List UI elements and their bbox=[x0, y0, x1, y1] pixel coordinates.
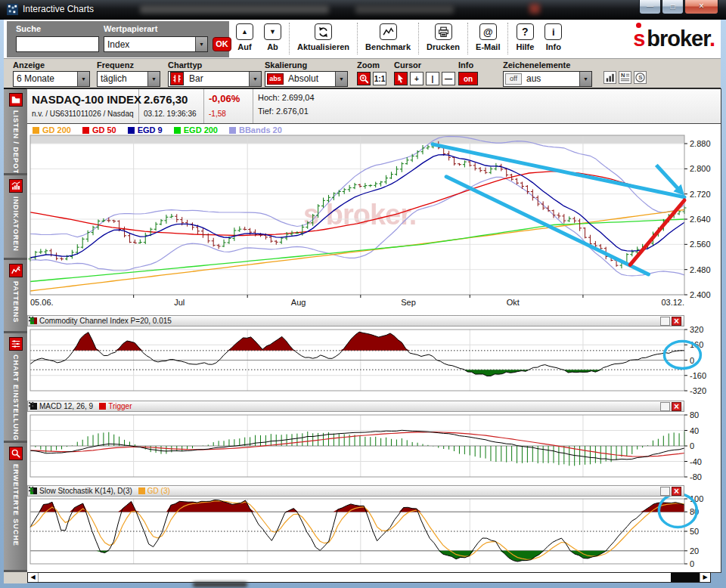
arrow-up-icon: ▲ bbox=[236, 23, 253, 40]
svg-text:0: 0 bbox=[690, 559, 694, 568]
cci-close-button[interactable]: × bbox=[672, 317, 681, 326]
stochastik-title: Slow Stochastik K(14), D(3) bbox=[39, 487, 132, 495]
sidebar-tab-label: ERWEITERTE SUCHE bbox=[12, 464, 20, 546]
logo-word: broker bbox=[647, 26, 709, 51]
svg-text:2.400: 2.400 bbox=[690, 290, 711, 299]
cci-plot[interactable]: 3201600-160-320 bbox=[27, 315, 720, 399]
chart-legend: GD 200GD 50EGD 9EGD 200BBands 20 bbox=[33, 125, 282, 135]
toolbar-button-drucken[interactable]: Drucken bbox=[421, 21, 465, 51]
legend-item: GD 200 bbox=[33, 125, 71, 135]
skalierung-select[interactable]: abs Absolut▼ bbox=[265, 71, 348, 87]
toolbar-button-info[interactable]: iInfo bbox=[539, 21, 567, 51]
toolbar-button-email[interactable]: @E-Mail bbox=[470, 21, 505, 51]
stochastik-plot[interactable]: 1008050200 bbox=[27, 485, 720, 570]
toolbar-button-label: Hilfe bbox=[516, 42, 534, 51]
horizontal-scrollbar[interactable]: ◀ ▶ bbox=[27, 572, 711, 583]
instrument-name-col: NASDAQ-100 INDEX n.v. / US6311011026 / N… bbox=[27, 89, 139, 123]
abs-badge: abs bbox=[267, 73, 284, 85]
zeichenelemente-select[interactable]: off aus▼ bbox=[503, 71, 592, 87]
extra-tools: N S bbox=[601, 71, 647, 84]
scroll-right-button[interactable]: ▶ bbox=[700, 573, 710, 582]
chevron-down-icon[interactable]: ▼ bbox=[335, 72, 347, 86]
news-button[interactable]: N bbox=[619, 71, 631, 84]
stochastik-close-button[interactable]: × bbox=[672, 487, 681, 496]
cursor-hline-button[interactable]: — bbox=[442, 72, 455, 85]
charttyp-select[interactable]: Bar▼ bbox=[168, 71, 262, 87]
blurred-background-text bbox=[140, 5, 329, 14]
svg-text:0: 0 bbox=[690, 441, 694, 450]
chevron-down-icon[interactable]: ▼ bbox=[147, 72, 160, 86]
main-chart-plot[interactable]: 2.8802.8002.7202.6402.5602.4802.40005.06… bbox=[27, 125, 720, 314]
chevron-down-icon[interactable]: ▼ bbox=[77, 72, 89, 86]
change-percent: -0,06% bbox=[209, 93, 248, 104]
cursor-vline-button[interactable]: | bbox=[426, 72, 439, 85]
ok-button[interactable]: OK bbox=[213, 37, 231, 51]
chevron-down-icon[interactable]: ▼ bbox=[195, 37, 207, 51]
bottom-left-fill bbox=[4, 572, 27, 583]
sidebar-tab-patterns[interactable]: PATTERNS bbox=[4, 260, 27, 333]
day-high: Hoch: 2.699,04 bbox=[258, 93, 315, 102]
chevron-down-icon[interactable]: ▼ bbox=[579, 72, 591, 86]
arrow-down-icon: ▼ bbox=[264, 23, 281, 40]
toolbar-button-label: Aktualisieren bbox=[297, 42, 349, 51]
titlebar: Interactive Charts — □ × bbox=[0, 0, 726, 20]
toolbar-separator bbox=[507, 23, 508, 54]
stochastik-panel-header: Slow Stochastik K(14), D(3) GD (3) × bbox=[27, 485, 684, 497]
toolbar-button-auf[interactable]: ▲Auf bbox=[231, 21, 259, 51]
minimize-button[interactable]: — bbox=[639, 0, 661, 14]
refresh-icon bbox=[315, 23, 332, 40]
scroll-left-button[interactable]: ◀ bbox=[28, 573, 39, 582]
stochastik-settings-button[interactable] bbox=[660, 487, 670, 496]
sidebar-tab-erweiterte-suche[interactable]: ERWEITERTE SUCHE bbox=[4, 443, 27, 572]
sidebar-tab-indikatoren[interactable]: INDIKATOREN bbox=[4, 175, 27, 260]
off-badge: off bbox=[505, 73, 522, 85]
macd-settings-button[interactable] bbox=[660, 402, 670, 411]
help-icon: ? bbox=[517, 23, 534, 40]
frequenz-select[interactable]: täglich▼ bbox=[97, 71, 160, 87]
search-input[interactable] bbox=[16, 36, 99, 52]
anzeige-select[interactable]: 6 Monate▼ bbox=[13, 71, 90, 87]
legend-item: GD 50 bbox=[82, 125, 116, 135]
cursor-arrow-button[interactable] bbox=[394, 72, 408, 85]
legend-label: BBands 20 bbox=[239, 125, 282, 135]
legend-item: BBands 20 bbox=[229, 125, 282, 135]
toolbar-button-ab[interactable]: ▼Ab bbox=[259, 21, 287, 51]
instrument-change-col: -0,06% -1,58 bbox=[204, 89, 253, 123]
macd-plot[interactable]: 80400-40-80 bbox=[27, 401, 720, 484]
toolbar-button-hilfe[interactable]: ?Hilfe bbox=[510, 21, 539, 51]
volume-bars-button[interactable] bbox=[603, 71, 616, 84]
svg-text:320: 320 bbox=[690, 325, 703, 334]
sidebar-tab-listen-depot[interactable]: LISTEN / DEPOT bbox=[4, 89, 27, 175]
gd3-label: GD (3) bbox=[147, 487, 170, 495]
close-button[interactable]: × bbox=[684, 0, 718, 14]
cursor-crosshair-button[interactable]: + bbox=[410, 72, 424, 85]
splits-button[interactable]: S bbox=[634, 71, 647, 84]
instrument-name: NASDAQ-100 INDEX bbox=[32, 93, 134, 106]
toolbar-button-benchmark[interactable]: Benchmark bbox=[360, 21, 416, 51]
instrument-header: NASDAQ-100 INDEX n.v. / US6311011026 / N… bbox=[27, 89, 721, 124]
toolbar-button-label: Ab bbox=[267, 42, 278, 51]
macd-close-button[interactable]: × bbox=[672, 402, 681, 411]
benchmark-icon bbox=[380, 23, 397, 40]
svg-text:80: 80 bbox=[690, 410, 699, 419]
macd-title: MACD 12, 26, 9 bbox=[39, 402, 93, 410]
svg-text:-320: -320 bbox=[690, 386, 706, 395]
zoom-one-to-one-button[interactable]: 1:1 bbox=[373, 72, 386, 85]
legend-item: EGD 200 bbox=[174, 125, 218, 135]
maximize-button[interactable]: □ bbox=[662, 0, 684, 14]
security-type-select[interactable]: Index ▼ bbox=[104, 36, 208, 52]
svg-text:2.640: 2.640 bbox=[690, 215, 711, 224]
sidebar-tab-chart-einstellungen[interactable]: CHART EINSTELLUNGEN bbox=[4, 333, 27, 443]
toolbar-button-aktualisieren[interactable]: Aktualisieren bbox=[292, 21, 355, 51]
toolbar-separator bbox=[289, 23, 290, 54]
toolbar-button-label: Benchmark bbox=[365, 42, 411, 51]
chevron-down-icon[interactable]: ▼ bbox=[249, 72, 261, 86]
legend-item: EGD 9 bbox=[128, 125, 163, 135]
info-on-toggle[interactable]: on bbox=[458, 72, 478, 85]
window-title: Interactive Charts bbox=[23, 4, 94, 14]
cci-settings-button[interactable] bbox=[660, 317, 670, 326]
change-absolute: -1,58 bbox=[209, 110, 248, 118]
svg-text:Okt: Okt bbox=[507, 298, 520, 307]
zoom-magnifier-button[interactable] bbox=[357, 72, 371, 85]
svg-text:05.06.: 05.06. bbox=[30, 298, 54, 307]
